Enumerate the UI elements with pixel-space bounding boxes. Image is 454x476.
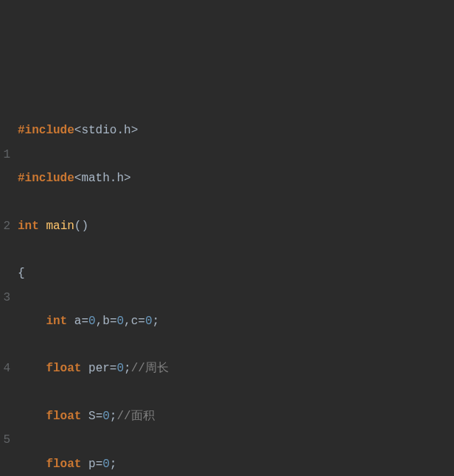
code-line: float per=0;//周长 [18, 357, 454, 380]
line-number-gutter: 1 2 3 4 5 6 7 8 9 0 1 2 3 4 5 6 7 8 9 0 [0, 95, 13, 476]
brace: { [18, 267, 25, 280]
preprocessor-keyword: #include [18, 172, 74, 185]
indent [18, 362, 46, 375]
identifier: c [131, 315, 139, 328]
line-number: 3 [0, 286, 10, 309]
preprocessor-keyword: #include [18, 124, 74, 137]
code-line: int main() [18, 214, 454, 238]
space [81, 458, 88, 471]
header-name: <math.h> [74, 172, 131, 185]
identifier: per [88, 362, 110, 375]
header-name: <stdio.h> [74, 124, 138, 137]
operator: = [96, 410, 103, 423]
type-keyword: float [46, 410, 81, 423]
line-number: 4 [0, 357, 10, 380]
number: 0 [145, 315, 153, 328]
space [67, 315, 74, 328]
line-number: 1 [0, 143, 10, 167]
space [81, 362, 88, 375]
function-name: main [46, 220, 74, 233]
identifier: b [102, 315, 110, 328]
indent [18, 410, 46, 423]
operator: ; [124, 362, 131, 375]
operator: = [138, 315, 145, 328]
code-line: #include<math.h> [18, 167, 454, 190]
operator: () [74, 220, 88, 233]
indent [18, 458, 46, 471]
line-number: 5 [0, 428, 10, 452]
operator: ; [110, 458, 117, 471]
identifier: p [88, 458, 96, 471]
line-number: 2 [0, 214, 10, 238]
code-line: int a=0,b=0,c=0; [18, 309, 454, 333]
type-keyword: float [46, 458, 81, 471]
type-keyword: float [46, 362, 81, 375]
comment: //周长 [131, 362, 169, 375]
code-editor[interactable]: 1 2 3 4 5 6 7 8 9 0 1 2 3 4 5 6 7 8 9 0 … [0, 95, 454, 476]
type-keyword: int [46, 315, 67, 328]
number: 0 [116, 362, 124, 375]
operator: , [96, 315, 103, 328]
operator: ; [153, 315, 160, 328]
operator: = [81, 315, 88, 328]
number: 0 [102, 458, 110, 471]
indent [18, 315, 46, 328]
identifier: S [88, 410, 96, 423]
type-keyword: int [18, 220, 39, 233]
operator: = [110, 362, 117, 375]
comment: //面积 [116, 410, 154, 423]
code-line: { [18, 262, 454, 285]
code-line: float p=0; [18, 452, 454, 476]
operator: = [96, 458, 103, 471]
identifier: a [74, 315, 82, 328]
operator: , [124, 315, 131, 328]
code-line: float S=0;//面积 [18, 405, 454, 428]
number: 0 [102, 410, 110, 423]
code-area[interactable]: #include<stdio.h> #include<math.h> int m… [13, 95, 454, 476]
code-line: #include<stdio.h> [18, 119, 454, 142]
number: 0 [88, 315, 96, 328]
number: 0 [116, 315, 124, 328]
space [81, 410, 88, 423]
